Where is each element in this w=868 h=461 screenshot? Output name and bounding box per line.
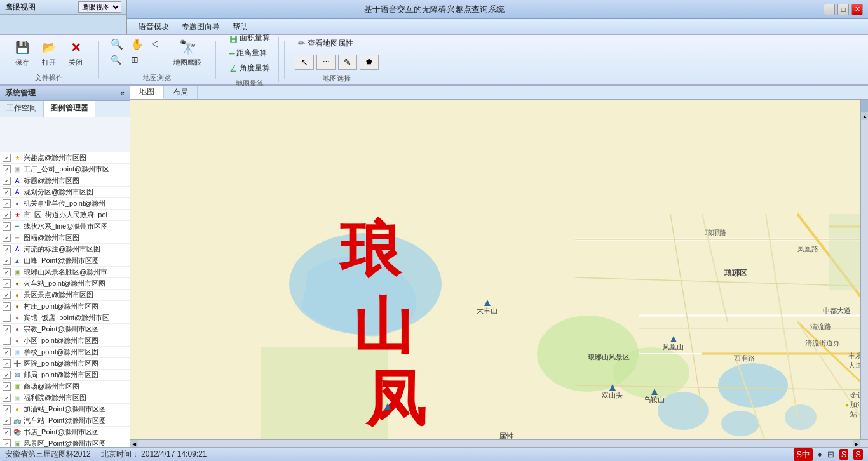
legend-item-6[interactable]: ━线状水系_line@滁州市区图	[0, 221, 130, 232]
legend-check-13[interactable]	[3, 302, 11, 311]
legend-item-21[interactable]: ▣福利院@滁州市区图	[0, 392, 130, 404]
legend-text-5: 市_区_街道办人民政府_poi	[24, 210, 107, 220]
legend-item-14[interactable]: ●宾馆_饭店_point@滁州市区	[0, 312, 130, 324]
main-area: 地图 布局	[130, 86, 868, 447]
prev-extent-button[interactable]: ◁	[150, 37, 168, 50]
legend-text-14: 宾馆_饭店_point@滁州市区	[24, 313, 109, 323]
legend-item-9[interactable]: ▲山峰_Point@滁州市区图	[0, 255, 130, 267]
scrollbar-vertical[interactable]: ▲ ▼	[860, 100, 868, 447]
legend-item-10[interactable]: ▣琅琊山风景名胜区@滁州市	[0, 267, 130, 278]
legend-item-1[interactable]: ▣工厂_公司_point@滁州市区	[0, 164, 130, 175]
zoom-in-button[interactable]: 🔍	[109, 37, 127, 51]
legend-check-9[interactable]	[3, 257, 11, 265]
select-dots-button[interactable]: ⋯	[316, 55, 336, 70]
map-tabs: 地图 布局	[130, 86, 868, 100]
map-tab-layout[interactable]: 布局	[164, 86, 198, 99]
legend-check-5[interactable]	[3, 211, 11, 219]
legend-item-23[interactable]: 🚌汽车站_Point@滁州市区图	[0, 415, 130, 427]
menu-item-voicemodule[interactable]: 语音模块	[132, 20, 175, 34]
open-button[interactable]: 📂 打开	[37, 37, 61, 69]
map-tab-map[interactable]: 地图	[130, 86, 164, 99]
legend-item-13[interactable]: ●村庄_point@滁州市区图	[0, 301, 130, 312]
legend-item-0[interactable]: ★兴趣点@滁州市区图	[0, 152, 130, 164]
map-container[interactable]: 琅 山 凤 景 区 区 大丰山 凤凰山 琅琊山风景区 双山头	[130, 100, 868, 447]
legend-item-4[interactable]: ●机关事业单位_point@滁州	[0, 198, 130, 210]
legend-item-24[interactable]: 📚书店_Point@滁州市区图	[0, 427, 130, 438]
close-button[interactable]: ✕	[851, 4, 863, 15]
legend-check-22[interactable]	[3, 405, 11, 413]
legend-check-7[interactable]	[3, 234, 11, 242]
select-poly-button[interactable]: ⬟	[360, 55, 379, 70]
close-map-label: 关闭	[69, 58, 83, 67]
browse-buttons-row: 🔍 🔍 ✋ ⊞ ◁ 🔭	[109, 37, 205, 69]
legend-check-6[interactable]	[3, 222, 11, 230]
area-measure-button[interactable]: ▦ 面积量算	[226, 31, 273, 44]
map-props-button[interactable]: ✏ 查看地图属性	[295, 37, 379, 50]
maximize-button[interactable]: □	[837, 4, 849, 15]
legend-check-3[interactable]	[3, 188, 11, 196]
legend-item-15[interactable]: ●宗教_Point@滁州市区图	[0, 324, 130, 335]
legend-item-22[interactable]: ●加油站_Point@滁州市区图	[0, 404, 130, 415]
legend-check-10[interactable]	[3, 268, 11, 276]
select-edit-button[interactable]: ✎	[338, 55, 357, 70]
sidebar-collapse-button[interactable]: «	[120, 89, 125, 98]
legend-check-17[interactable]	[3, 348, 11, 356]
legend-item-8[interactable]: A河流的标注@滁州市区图	[0, 244, 130, 255]
full-extent-button[interactable]: ⊞	[130, 53, 147, 66]
legend-item-2[interactable]: A标题@滁州市区图	[0, 175, 130, 187]
legend-check-8[interactable]	[3, 245, 11, 253]
legend-check-25[interactable]	[3, 439, 11, 447]
save-button[interactable]: 💾 保存	[10, 37, 34, 69]
legend-check-12[interactable]	[3, 291, 11, 299]
legend-check-1[interactable]	[3, 165, 11, 173]
legend-item-12[interactable]: ●景区景点@滁州市区图	[0, 290, 130, 301]
legend-check-4[interactable]	[3, 199, 11, 208]
minimize-button[interactable]: ─	[824, 4, 835, 15]
legend-text-6: 线状水系_line@滁州市区图	[24, 222, 108, 231]
angle-measure-button[interactable]: ∠ 角度量算	[226, 62, 273, 75]
select-dots-icon: ⋯	[323, 58, 330, 66]
legend-item-17[interactable]: ▣学校_point@滁州市区图	[0, 347, 130, 358]
legend-item-20[interactable]: ▣商场@滁州市区图	[0, 381, 130, 392]
sidebar-tab-legend[interactable]: 图例管理器	[44, 101, 95, 117]
legend-item-7[interactable]: ━图幅@滁州市区图	[0, 232, 130, 244]
legend-check-23[interactable]	[3, 417, 11, 425]
legend-text-25: 风景区_Point@滁州市区图	[24, 439, 106, 447]
legend-item-25[interactable]: ▣风景区_Point@滁州市区图	[0, 438, 130, 447]
legend-item-5[interactable]: ★市_区_街道办人民政府_poi	[0, 210, 130, 221]
panel-area: 系统管理 « 工作空间 图例管理器 鹰眼视图 鹰眼视图 ★兴趣点@滁州市区图▣工…	[0, 86, 868, 447]
scrollbar-thumb-top[interactable]	[861, 100, 868, 112]
legend-item-16[interactable]: ●小区_point@滁州市区图	[0, 335, 130, 347]
pan-button[interactable]: ✋	[130, 37, 147, 51]
legend-check-21[interactable]	[3, 394, 11, 402]
legend-check-16[interactable]	[3, 337, 11, 345]
eagle-eye-select[interactable]: 鹰眼视图	[78, 1, 121, 13]
legend-item-3[interactable]: A规划分区@滁州市区图	[0, 187, 130, 198]
legend-check-14[interactable]	[3, 314, 11, 322]
legend-check-18[interactable]	[3, 359, 11, 368]
legend-check-19[interactable]	[3, 371, 11, 379]
legend-check-15[interactable]	[3, 325, 11, 333]
legend-item-19[interactable]: ✉邮局_point@滁州市区图	[0, 370, 130, 381]
eagle-eye-button[interactable]: 🔭 地图鹰眼	[170, 37, 205, 69]
legend-check-11[interactable]	[3, 279, 11, 288]
sidebar-tab-workspace[interactable]: 工作空间	[0, 101, 44, 117]
legend-check-20[interactable]	[3, 382, 11, 391]
legend-check-0[interactable]	[3, 154, 11, 162]
zoom-out-button[interactable]: 🔍	[109, 53, 127, 66]
scrollbar-horizontal[interactable]: ◀ ▶	[130, 439, 868, 447]
legend-item-18[interactable]: ➕医院_point@滁州市区图	[0, 358, 130, 370]
menu-item-thematic[interactable]: 专题图向导	[175, 20, 226, 34]
scrollbar-right-arrow[interactable]: ▶	[853, 440, 860, 447]
big-text-char3: 凤	[365, 370, 426, 430]
legend-item-11[interactable]: ●火车站_point@滁州市区图	[0, 278, 130, 290]
select-arrow-button[interactable]: ↖	[295, 55, 314, 70]
scrollbar-up-arrow[interactable]: ▲	[861, 112, 868, 120]
legend-check-24[interactable]	[3, 428, 11, 436]
legend-check-2[interactable]	[3, 177, 11, 185]
mountain-marker	[609, 384, 616, 391]
scrollbar-left-arrow[interactable]: ◀	[130, 440, 138, 447]
distance-measure-button[interactable]: ━ 距离量算	[226, 46, 273, 60]
label-qingliujiedao: 清流街道办	[805, 338, 840, 348]
close-map-button[interactable]: ✕ 关闭	[64, 37, 88, 69]
